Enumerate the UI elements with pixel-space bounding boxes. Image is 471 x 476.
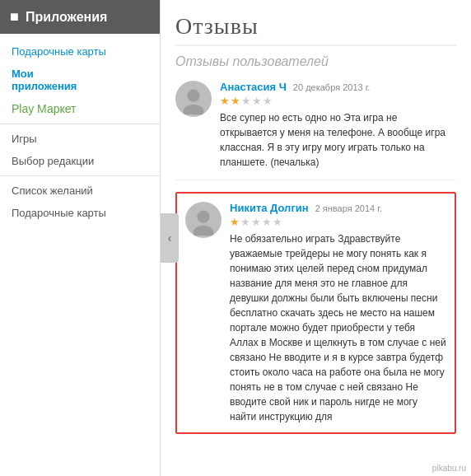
review-header-1: Анастасия Ч 20 декабря 2013 г. (220, 81, 456, 93)
sidebar-item-editors-choice[interactable]: Выбор редакции (0, 150, 160, 172)
review-date-1: 20 декабря 2013 г. (293, 82, 371, 92)
star-2-4: ★ (262, 216, 272, 228)
apps-icon: ■ (10, 8, 19, 26)
reviewer-name-2: Никита Долгин (230, 202, 309, 214)
sidebar-divider-1 (0, 124, 160, 124)
review-body-1: Анастасия Ч 20 декабря 2013 г. ★ ★ ★ ★ ★… (220, 81, 456, 170)
sidebar-item-gift-cards-bottom[interactable]: Подарочные карты (0, 202, 160, 224)
star-2-2: ★ (240, 216, 250, 228)
star-1-2: ★ (231, 95, 240, 107)
review-text-2: Не обязательно играть Здравствуйте уважа… (230, 231, 446, 424)
svg-point-1 (187, 90, 199, 102)
review-card-1: Анастасия Ч 20 декабря 2013 г. ★ ★ ★ ★ ★… (175, 81, 456, 180)
star-1-4: ★ (252, 95, 262, 107)
sidebar-item-wishlist[interactable]: Список желаний (0, 180, 160, 202)
stars-2: ★ ★ ★ ★ ★ (230, 216, 446, 228)
review-body-2: Никита Долгин 2 января 2014 г. ★ ★ ★ ★ ★… (230, 202, 446, 424)
sidebar-header-label: Приложения (26, 10, 108, 25)
star-2-5: ★ (273, 216, 282, 228)
section-subtitle: Отзывы пользователей (175, 54, 456, 69)
review-header-2: Никита Долгин 2 января 2014 г. (230, 202, 446, 214)
sidebar-item-play-market[interactable]: Play Маркет (0, 97, 160, 120)
sidebar-collapse-button[interactable]: ‹ (161, 213, 179, 263)
star-1-1: ★ (220, 95, 230, 107)
review-date-2: 2 января 2014 г. (315, 203, 382, 213)
chevron-left-icon: ‹ (168, 231, 172, 245)
review-card-2: Никита Долгин 2 января 2014 г. ★ ★ ★ ★ ★… (175, 192, 456, 434)
stars-1: ★ ★ ★ ★ ★ (220, 95, 456, 107)
sidebar-item-games[interactable]: Игры (0, 128, 160, 150)
star-1-5: ★ (263, 95, 273, 107)
reviewer-name-1: Анастасия Ч (220, 81, 287, 93)
watermark: pikabu.ru (432, 464, 466, 473)
star-2-1: ★ (230, 216, 240, 228)
star-1-3: ★ (241, 95, 251, 107)
main-content: Отзывы Отзывы пользователей Анастасия Ч … (161, 0, 471, 476)
review-text-1: Все супер но есть одно но Эта игра не от… (220, 110, 456, 170)
avatar-2 (185, 202, 222, 238)
sidebar-divider-2 (0, 175, 160, 176)
page-title: Отзывы (175, 13, 456, 46)
sidebar-item-my-apps[interactable]: Мои приложения (0, 63, 160, 97)
svg-point-4 (197, 211, 209, 223)
star-2-3: ★ (251, 216, 261, 228)
sidebar-nav: Подарочные карты Мои приложения Play Мар… (0, 34, 160, 476)
sidebar: ■ Приложения Подарочные карты Мои прилож… (0, 0, 161, 476)
sidebar-header: ■ Приложения (0, 0, 160, 34)
avatar-1 (175, 81, 212, 117)
sidebar-item-gift-cards-top[interactable]: Подарочные карты (0, 40, 160, 63)
